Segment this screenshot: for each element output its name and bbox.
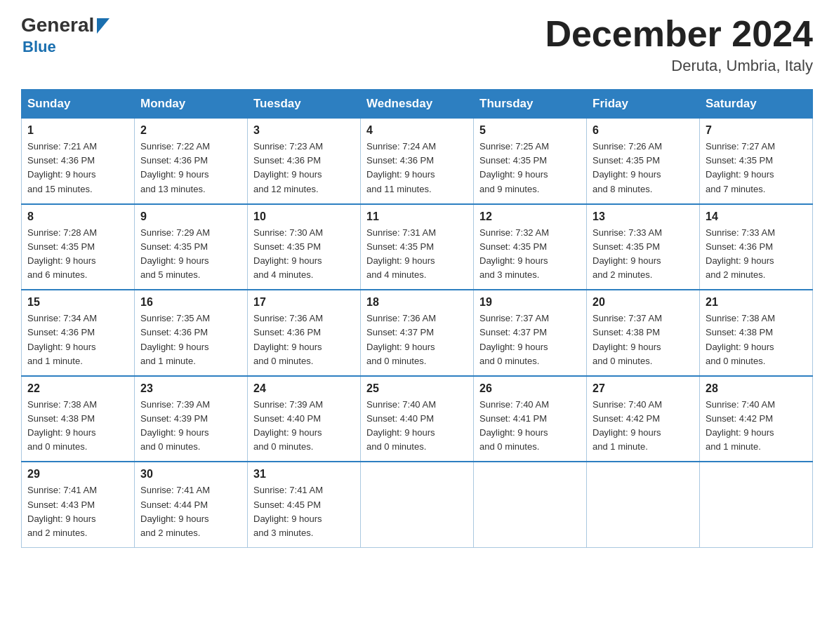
day-number: 17 <box>253 296 355 309</box>
day-number: 8 <box>27 210 128 223</box>
calendar-cell: 15Sunrise: 7:34 AM Sunset: 4:36 PM Dayli… <box>22 290 135 376</box>
calendar-cell: 7Sunrise: 7:27 AM Sunset: 4:35 PM Daylig… <box>700 119 813 204</box>
day-number: 5 <box>479 124 581 137</box>
title-area: December 2024 Deruta, Umbria, Italy <box>545 14 813 75</box>
calendar-cell: 25Sunrise: 7:40 AM Sunset: 4:40 PM Dayli… <box>361 376 474 462</box>
day-number: 15 <box>27 296 128 309</box>
calendar-cell: 16Sunrise: 7:35 AM Sunset: 4:36 PM Dayli… <box>135 290 248 376</box>
day-info: Sunrise: 7:31 AM Sunset: 4:35 PM Dayligh… <box>366 226 468 283</box>
calendar-header-row: SundayMondayTuesdayWednesdayThursdayFrid… <box>22 90 813 119</box>
calendar-cell: 6Sunrise: 7:26 AM Sunset: 4:35 PM Daylig… <box>587 119 700 204</box>
col-header-monday: Monday <box>135 90 248 119</box>
logo: General Blue <box>21 14 110 56</box>
day-number: 12 <box>479 210 581 223</box>
day-number: 16 <box>140 296 241 309</box>
calendar-week-row: 15Sunrise: 7:34 AM Sunset: 4:36 PM Dayli… <box>22 290 813 376</box>
day-info: Sunrise: 7:41 AM Sunset: 4:43 PM Dayligh… <box>27 483 128 540</box>
day-number: 30 <box>140 468 241 481</box>
col-header-saturday: Saturday <box>700 90 813 119</box>
day-number: 19 <box>479 296 581 309</box>
col-header-tuesday: Tuesday <box>248 90 361 119</box>
calendar-cell: 28Sunrise: 7:40 AM Sunset: 4:42 PM Dayli… <box>700 376 813 462</box>
calendar-cell: 8Sunrise: 7:28 AM Sunset: 4:35 PM Daylig… <box>22 204 135 290</box>
col-header-wednesday: Wednesday <box>361 90 474 119</box>
calendar-cell: 18Sunrise: 7:36 AM Sunset: 4:37 PM Dayli… <box>361 290 474 376</box>
day-info: Sunrise: 7:38 AM Sunset: 4:38 PM Dayligh… <box>27 398 128 455</box>
day-info: Sunrise: 7:40 AM Sunset: 4:41 PM Dayligh… <box>479 398 581 455</box>
calendar-cell: 17Sunrise: 7:36 AM Sunset: 4:36 PM Dayli… <box>248 290 361 376</box>
location-subtitle: Deruta, Umbria, Italy <box>545 57 813 75</box>
day-info: Sunrise: 7:38 AM Sunset: 4:38 PM Dayligh… <box>706 311 807 368</box>
calendar-cell: 13Sunrise: 7:33 AM Sunset: 4:35 PM Dayli… <box>587 204 700 290</box>
calendar-cell <box>474 462 587 547</box>
col-header-sunday: Sunday <box>22 90 135 119</box>
day-number: 23 <box>140 382 241 395</box>
day-info: Sunrise: 7:27 AM Sunset: 4:35 PM Dayligh… <box>706 140 807 196</box>
day-info: Sunrise: 7:30 AM Sunset: 4:35 PM Dayligh… <box>253 226 355 283</box>
day-number: 22 <box>27 382 128 395</box>
calendar-cell: 31Sunrise: 7:41 AM Sunset: 4:45 PM Dayli… <box>248 462 361 547</box>
calendar-cell: 4Sunrise: 7:24 AM Sunset: 4:36 PM Daylig… <box>361 119 474 204</box>
calendar-cell: 27Sunrise: 7:40 AM Sunset: 4:42 PM Dayli… <box>587 376 700 462</box>
calendar-cell: 1Sunrise: 7:21 AM Sunset: 4:36 PM Daylig… <box>22 119 135 204</box>
day-info: Sunrise: 7:41 AM Sunset: 4:45 PM Dayligh… <box>253 483 355 540</box>
day-number: 24 <box>253 382 355 395</box>
svg-marker-0 <box>97 18 110 34</box>
day-number: 18 <box>366 296 468 309</box>
calendar-cell: 29Sunrise: 7:41 AM Sunset: 4:43 PM Dayli… <box>22 462 135 547</box>
calendar-cell <box>587 462 700 547</box>
calendar-cell: 11Sunrise: 7:31 AM Sunset: 4:35 PM Dayli… <box>361 204 474 290</box>
day-info: Sunrise: 7:22 AM Sunset: 4:36 PM Dayligh… <box>140 140 241 196</box>
day-info: Sunrise: 7:41 AM Sunset: 4:44 PM Dayligh… <box>140 483 241 540</box>
calendar-week-row: 29Sunrise: 7:41 AM Sunset: 4:43 PM Dayli… <box>22 462 813 547</box>
logo-triangle-icon <box>97 18 110 36</box>
day-info: Sunrise: 7:40 AM Sunset: 4:42 PM Dayligh… <box>593 398 694 455</box>
day-number: 14 <box>706 210 807 223</box>
calendar-cell: 19Sunrise: 7:37 AM Sunset: 4:37 PM Dayli… <box>474 290 587 376</box>
calendar-cell: 3Sunrise: 7:23 AM Sunset: 4:36 PM Daylig… <box>248 119 361 204</box>
day-number: 31 <box>253 468 355 481</box>
day-info: Sunrise: 7:28 AM Sunset: 4:35 PM Dayligh… <box>27 226 128 283</box>
calendar-cell: 20Sunrise: 7:37 AM Sunset: 4:38 PM Dayli… <box>587 290 700 376</box>
calendar-cell: 21Sunrise: 7:38 AM Sunset: 4:38 PM Dayli… <box>700 290 813 376</box>
day-info: Sunrise: 7:40 AM Sunset: 4:42 PM Dayligh… <box>706 398 807 455</box>
calendar-cell: 5Sunrise: 7:25 AM Sunset: 4:35 PM Daylig… <box>474 119 587 204</box>
day-number: 9 <box>140 210 241 223</box>
page-header: General Blue December 2024 Deruta, Umbri… <box>21 14 813 75</box>
logo-general-text: General <box>21 14 94 36</box>
calendar-cell: 22Sunrise: 7:38 AM Sunset: 4:38 PM Dayli… <box>22 376 135 462</box>
day-info: Sunrise: 7:32 AM Sunset: 4:35 PM Dayligh… <box>479 226 581 283</box>
day-info: Sunrise: 7:21 AM Sunset: 4:36 PM Dayligh… <box>27 140 128 196</box>
day-number: 21 <box>706 296 807 309</box>
col-header-friday: Friday <box>587 90 700 119</box>
calendar-cell: 24Sunrise: 7:39 AM Sunset: 4:40 PM Dayli… <box>248 376 361 462</box>
day-info: Sunrise: 7:37 AM Sunset: 4:37 PM Dayligh… <box>479 311 581 368</box>
day-number: 10 <box>253 210 355 223</box>
calendar-week-row: 1Sunrise: 7:21 AM Sunset: 4:36 PM Daylig… <box>22 119 813 204</box>
day-info: Sunrise: 7:35 AM Sunset: 4:36 PM Dayligh… <box>140 311 241 368</box>
day-number: 13 <box>593 210 694 223</box>
day-number: 6 <box>593 124 694 137</box>
day-info: Sunrise: 7:34 AM Sunset: 4:36 PM Dayligh… <box>27 311 128 368</box>
day-number: 7 <box>706 124 807 137</box>
calendar-cell: 10Sunrise: 7:30 AM Sunset: 4:35 PM Dayli… <box>248 204 361 290</box>
day-number: 26 <box>479 382 581 395</box>
day-number: 25 <box>366 382 468 395</box>
calendar-week-row: 8Sunrise: 7:28 AM Sunset: 4:35 PM Daylig… <box>22 204 813 290</box>
day-info: Sunrise: 7:37 AM Sunset: 4:38 PM Dayligh… <box>593 311 694 368</box>
day-info: Sunrise: 7:26 AM Sunset: 4:35 PM Dayligh… <box>593 140 694 196</box>
day-info: Sunrise: 7:36 AM Sunset: 4:37 PM Dayligh… <box>366 311 468 368</box>
day-info: Sunrise: 7:40 AM Sunset: 4:40 PM Dayligh… <box>366 398 468 455</box>
day-info: Sunrise: 7:29 AM Sunset: 4:35 PM Dayligh… <box>140 226 241 283</box>
day-number: 3 <box>253 124 355 137</box>
day-info: Sunrise: 7:39 AM Sunset: 4:40 PM Dayligh… <box>253 398 355 455</box>
calendar-cell: 26Sunrise: 7:40 AM Sunset: 4:41 PM Dayli… <box>474 376 587 462</box>
day-number: 20 <box>593 296 694 309</box>
month-title: December 2024 <box>545 14 813 54</box>
col-header-thursday: Thursday <box>474 90 587 119</box>
day-info: Sunrise: 7:36 AM Sunset: 4:36 PM Dayligh… <box>253 311 355 368</box>
calendar-cell: 14Sunrise: 7:33 AM Sunset: 4:36 PM Dayli… <box>700 204 813 290</box>
day-number: 28 <box>706 382 807 395</box>
calendar-table: SundayMondayTuesdayWednesdayThursdayFrid… <box>21 89 813 548</box>
calendar-cell: 12Sunrise: 7:32 AM Sunset: 4:35 PM Dayli… <box>474 204 587 290</box>
